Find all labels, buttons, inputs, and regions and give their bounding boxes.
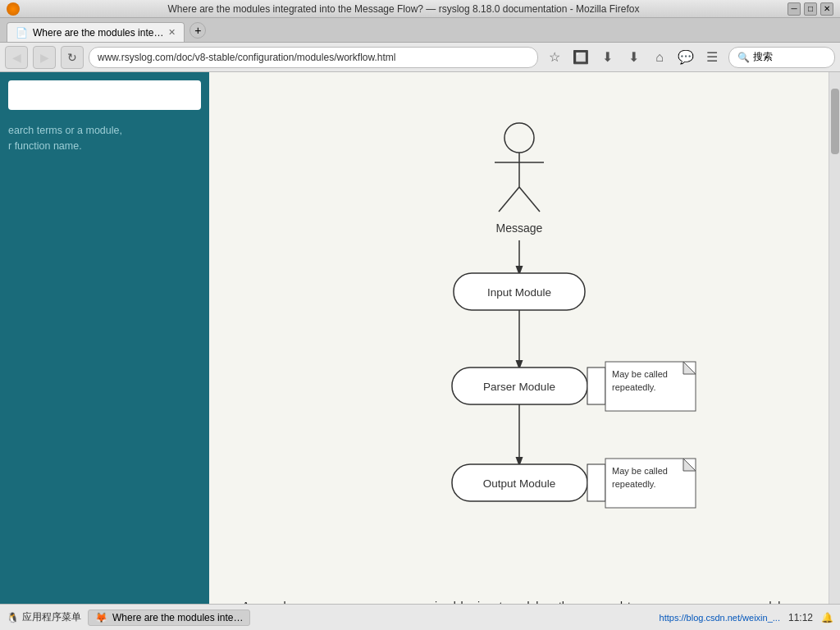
url-text: www.rsyslog.com/doc/v8-stable/configurat… [98,52,395,63]
back-icon: ◀ [12,51,21,64]
window-controls: ─ □ ✕ [788,2,833,16]
svg-point-0 [504,123,534,153]
tab-bar: 📄 Where are the modules inte… ✕ + [0,18,840,43]
taskbar-tab-icon: 🦊 [95,612,107,623]
new-tab-button[interactable]: + [189,22,206,39]
svg-text:Parser Module: Parser Module [483,381,555,393]
url-bar[interactable]: www.rsyslog.com/doc/v8-stable/configurat… [89,47,538,68]
svg-text:May be called: May be called [612,369,668,379]
tab-favicon: 📄 [16,27,28,39]
content-paragraph: As can be seen, messages are received by… [242,597,796,604]
download-button[interactable]: ⬇ [622,46,645,69]
reload-button[interactable]: ↻ [61,46,84,69]
tab-label: Where are the modules inte… [33,27,163,39]
active-tab[interactable]: 📄 Where are the modules inte… ✕ [7,22,185,42]
status-url: https://blog.csdn.net/weixin_... [660,613,780,623]
svg-text:May be called: May be called [612,466,668,476]
synced-tabs-button[interactable]: 💬 [674,46,697,69]
content-text-span: As can be seen, messages are received by… [242,600,796,604]
reader-mode-button[interactable]: 🔲 [569,46,592,69]
svg-text:repeatedly.: repeatedly. [612,382,656,392]
scroll-thumb[interactable] [831,89,839,154]
svg-rect-12 [587,368,605,404]
diagram-container: Message Input Module Parser Module [242,97,796,581]
back-button[interactable]: ◀ [5,46,28,69]
svg-text:repeatedly.: repeatedly. [612,479,656,489]
svg-line-4 [519,187,540,212]
bookmark-star-button[interactable]: ☆ [543,46,566,69]
main-area: earch terms or a module, r function name… [0,72,840,604]
sidebar-search-input[interactable] [8,80,201,110]
pocket-button[interactable]: ⬇ [596,46,619,69]
status-extra-icon: 🔔 [821,612,833,623]
sidebar-hint: earch terms or a module, r function name… [8,123,201,154]
menu-button[interactable]: ☰ [701,46,724,69]
maximize-button[interactable]: □ [804,2,817,16]
close-button[interactable]: ✕ [820,2,833,16]
forward-icon: ▶ [40,51,49,64]
status-time: 11:12 [788,612,813,623]
navigation-bar: ◀ ▶ ↻ www.rsyslog.com/doc/v8-stable/conf… [0,43,840,72]
window-title: Where are the modules integrated into th… [20,3,788,15]
svg-rect-20 [587,464,605,501]
reload-icon: ↻ [67,51,77,64]
minimize-button[interactable]: ─ [788,2,801,16]
forward-button[interactable]: ▶ [33,46,56,69]
svg-text:Input Module: Input Module [486,286,550,299]
sidebar: earch terms or a module, r function name… [0,72,209,604]
svg-text:Output Module: Output Module [482,477,555,490]
content-area[interactable]: Message Input Module Parser Module [209,72,829,604]
app-menu-button[interactable]: 🐧 应用程序菜单 [7,610,81,624]
svg-line-3 [499,187,519,212]
tab-close-button[interactable]: ✕ [168,27,176,38]
status-bar: 🐧 应用程序菜单 🦊 Where are the modules inte… h… [0,604,840,630]
search-label: 搜索 [753,50,773,64]
firefox-icon [7,2,20,16]
workflow-diagram: Message Input Module Parser Module [331,97,708,581]
nav-icon-group: ☆ 🔲 ⬇ ⬇ ⌂ 💬 ☰ [543,46,724,69]
search-icon: 🔍 [737,52,750,63]
sidebar-hint-line2: r function name. [8,140,82,152]
app-menu-label: 应用程序菜单 [22,610,81,624]
home-button[interactable]: ⌂ [648,46,671,69]
taskbar-tab-label: Where are the modules inte… [112,612,243,623]
status-left: 🐧 应用程序菜单 🦊 Where are the modules inte… [7,609,250,626]
status-right: https://blog.csdn.net/weixin_... 11:12 🔔 [660,612,833,623]
scrollbar[interactable] [829,72,840,604]
search-bar[interactable]: 🔍 搜索 [728,47,835,68]
svg-text:Message: Message [495,221,542,235]
app-menu-icon: 🐧 [7,612,19,623]
taskbar-tab-button[interactable]: 🦊 Where are the modules inte… [88,609,250,626]
sidebar-hint-line1: earch terms or a module, [8,125,122,136]
title-bar: Where are the modules integrated into th… [0,0,840,18]
